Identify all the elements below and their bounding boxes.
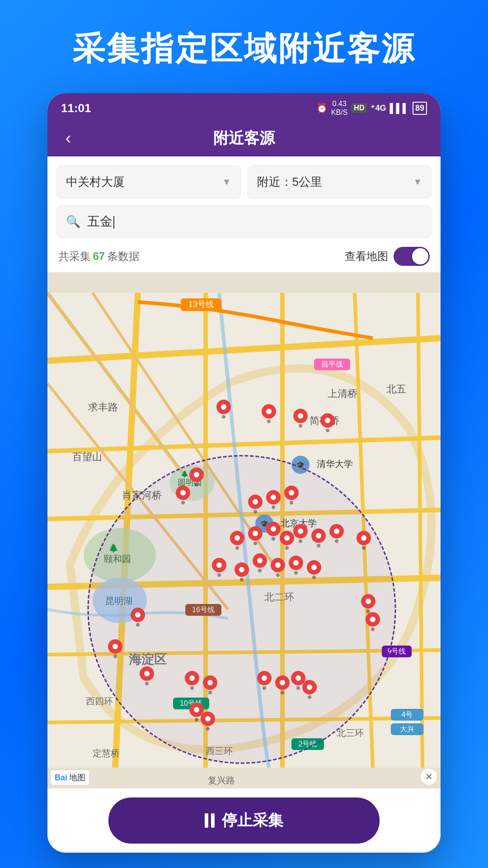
svg-point-111: [216, 562, 222, 568]
search-icon: 🔍: [66, 215, 80, 229]
location-dropdown[interactable]: 中关村大厦 ▼: [56, 165, 241, 198]
svg-point-82: [272, 505, 275, 509]
stop-collect-button[interactable]: 停止采集: [108, 797, 380, 844]
svg-point-105: [334, 528, 339, 534]
svg-point-132: [113, 644, 118, 649]
svg-point-117: [257, 558, 263, 563]
svg-point-69: [325, 418, 330, 423]
hd-badge: HD: [351, 103, 367, 113]
svg-point-79: [253, 510, 257, 514]
svg-point-123: [293, 560, 299, 566]
controls-area: 中关村大厦 ▼ 附近：5公里 ▼ 🔍 五金 共采集 67 条数据 查看地图: [47, 156, 441, 272]
svg-point-147: [280, 680, 285, 685]
map-watermark: Bai 地图: [51, 770, 89, 785]
svg-point-166: [371, 627, 375, 631]
location-dropdown-arrow: ▼: [222, 177, 231, 187]
svg-point-78: [253, 499, 258, 505]
signal-4g-icon: ⁺4G: [371, 103, 386, 113]
svg-point-90: [253, 531, 258, 536]
svg-point-103: [317, 544, 320, 547]
svg-point-144: [262, 675, 267, 681]
svg-point-81: [271, 495, 276, 500]
signal-bars-icon: ▌▌▌: [389, 103, 409, 113]
battery-icon: 89: [413, 102, 427, 115]
pause-bar-left: [205, 813, 208, 828]
svg-point-114: [239, 567, 244, 572]
svg-text:百望山: 百望山: [72, 451, 102, 462]
map-label: 地图: [69, 772, 85, 783]
svg-point-66: [298, 413, 303, 419]
map-container: 🌲 颐和园 昆明湖 🌲 圆明园 13号线 昌平线 16号线 10: [47, 272, 441, 788]
svg-point-67: [299, 424, 302, 428]
svg-point-126: [311, 565, 317, 570]
bottom-bar: 停止采集: [47, 788, 441, 853]
svg-text:北三环: 北三环: [337, 728, 364, 738]
svg-point-162: [366, 599, 371, 604]
svg-point-157: [195, 718, 198, 722]
svg-point-127: [312, 576, 316, 579]
svg-point-136: [145, 682, 149, 685]
svg-point-120: [275, 562, 281, 568]
proximity-dropdown-value: 附近：5公里: [257, 174, 322, 190]
svg-point-109: [362, 546, 366, 550]
svg-text:求丰路: 求丰路: [88, 401, 118, 413]
svg-point-142: [208, 691, 212, 694]
svg-point-91: [253, 542, 257, 545]
svg-point-70: [326, 429, 329, 432]
stats-label: 共采集 67 条数据: [58, 249, 140, 264]
clock-icon: ⏰: [316, 103, 328, 113]
svg-point-64: [267, 420, 271, 423]
stats-row: 共采集 67 条数据 查看地图: [56, 243, 432, 272]
svg-point-96: [284, 535, 290, 541]
svg-point-154: [308, 695, 311, 699]
svg-point-112: [217, 573, 221, 577]
svg-point-159: [205, 716, 211, 722]
back-button[interactable]: ‹: [61, 127, 75, 150]
svg-point-139: [190, 686, 194, 690]
svg-point-93: [271, 526, 276, 532]
map-svg: 🌲 颐和园 昆明湖 🌲 圆明园 13号线 昌平线 16号线 10: [47, 272, 441, 788]
map-toggle-switch[interactable]: [394, 247, 430, 266]
stats-count: 67: [93, 250, 105, 262]
stop-button-label: 停止采集: [222, 810, 283, 831]
svg-point-151: [296, 686, 300, 690]
svg-point-76: [181, 501, 185, 505]
svg-text:定慧桥: 定慧桥: [93, 748, 120, 758]
map-toggle-area: 查看地图: [345, 247, 430, 266]
svg-point-84: [289, 490, 294, 495]
svg-point-163: [366, 609, 370, 613]
svg-point-135: [144, 671, 150, 676]
svg-point-88: [235, 546, 239, 550]
svg-point-75: [180, 490, 186, 495]
svg-point-87: [235, 535, 240, 541]
svg-point-102: [316, 533, 321, 538]
status-icons: ⏰ 0.43KB/S HD ⁺4G ▌▌▌ 89: [316, 99, 427, 117]
svg-point-97: [285, 546, 289, 550]
phone-frame: 11:01 ⏰ 0.43KB/S HD ⁺4G ▌▌▌ 89 ‹ 附近客源 中关…: [47, 93, 441, 853]
app-header: ‹ 附近客源: [47, 120, 441, 156]
svg-point-156: [194, 707, 199, 712]
svg-point-150: [296, 675, 301, 681]
svg-point-61: [222, 415, 225, 419]
page-title: 采集指定区域附近客源: [72, 27, 416, 71]
svg-text:13号线: 13号线: [188, 300, 214, 309]
svg-point-145: [263, 686, 266, 690]
map-close-button[interactable]: ✕: [421, 769, 437, 785]
svg-point-118: [258, 569, 262, 572]
search-input[interactable]: 五金: [87, 213, 422, 230]
proximity-dropdown[interactable]: 附近：5公里 ▼: [248, 165, 432, 198]
svg-point-130: [136, 623, 140, 627]
svg-point-133: [113, 655, 117, 658]
search-bar[interactable]: 🔍 五金: [56, 205, 432, 238]
header-title: 附近客源: [213, 128, 275, 149]
page-background: 采集指定区域附近客源: [72, 0, 416, 93]
svg-point-100: [299, 539, 302, 543]
svg-text:上清桥: 上清桥: [328, 388, 357, 399]
svg-point-115: [240, 578, 244, 581]
svg-point-141: [207, 680, 213, 685]
svg-text:北五: 北五: [386, 383, 406, 395]
baidu-logo: Bai: [55, 773, 67, 783]
svg-point-153: [307, 684, 312, 690]
svg-point-138: [189, 675, 195, 681]
status-time: 11:01: [61, 101, 91, 115]
